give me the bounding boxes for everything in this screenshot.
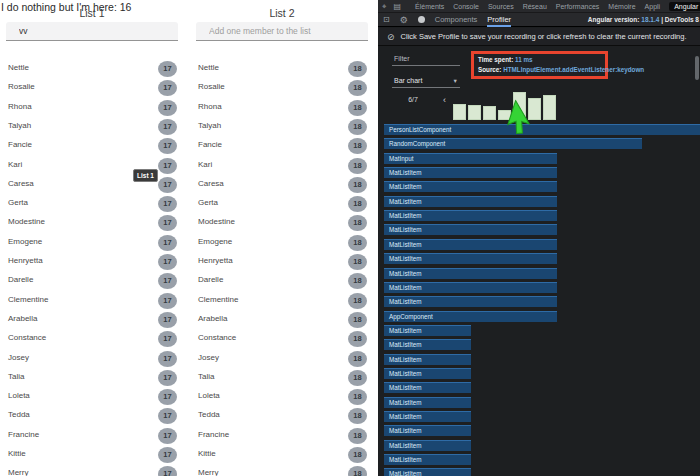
list-item[interactable]: Henryetta17 bbox=[6, 253, 178, 272]
list-item[interactable]: Constance18 bbox=[196, 330, 368, 349]
profiler-tree-bar[interactable]: MatListItem bbox=[384, 339, 471, 350]
list-item[interactable]: Josey18 bbox=[196, 350, 368, 369]
member-name: Loleta bbox=[8, 391, 30, 400]
list-item[interactable]: Josey17 bbox=[6, 350, 178, 369]
profiler-tree-bar[interactable]: MatListItem bbox=[384, 167, 557, 178]
list-item[interactable]: Tedda18 bbox=[196, 407, 368, 426]
profiler-tree-bar[interactable]: MatListItem bbox=[384, 397, 471, 408]
list-item[interactable]: Loleta18 bbox=[196, 388, 368, 407]
list-item[interactable]: Modestine18 bbox=[196, 214, 368, 233]
devtools-tab-console[interactable]: Console bbox=[453, 3, 479, 10]
list-2-input[interactable] bbox=[196, 22, 368, 41]
profiler-tree-bar[interactable]: MatListItem bbox=[384, 196, 557, 207]
list-item[interactable]: Modestine17 bbox=[6, 214, 178, 233]
devtools-tab-sources[interactable]: Sources bbox=[488, 3, 514, 10]
member-name: Tedda bbox=[8, 410, 30, 419]
profiler-tree-bar[interactable]: MatListItem bbox=[384, 253, 557, 264]
list-item[interactable]: Talia17 bbox=[6, 369, 178, 388]
list-item[interactable]: Fancie18 bbox=[196, 137, 368, 156]
profiler-tree-bar[interactable]: MatListItem bbox=[384, 239, 557, 250]
profiler-tree-bar[interactable]: MatListItem bbox=[384, 282, 557, 293]
profiler-tree-bar[interactable]: PersonListComponent bbox=[384, 124, 700, 135]
list-item[interactable]: Arabella17 bbox=[6, 311, 178, 330]
list-item[interactable]: Constance17 bbox=[6, 330, 178, 349]
list-item[interactable]: Talyah17 bbox=[6, 118, 178, 137]
list-item[interactable]: Darelle18 bbox=[196, 272, 368, 291]
profiler-tree-bar[interactable]: AppComponent bbox=[384, 311, 557, 322]
profiler-tree-bar[interactable]: MatListItem bbox=[384, 325, 471, 336]
devtools-tab-performances[interactable]: Performances bbox=[556, 3, 600, 10]
list-1-input[interactable] bbox=[6, 22, 178, 41]
profiler-tree-bar[interactable]: MatListItem bbox=[384, 210, 557, 221]
member-name: Fancie bbox=[198, 140, 222, 149]
vertical-scrollbar-thumb[interactable] bbox=[695, 56, 699, 80]
inspect-element-icon[interactable]: ⌖ bbox=[382, 2, 387, 11]
list-item[interactable]: Rosalie18 bbox=[196, 79, 368, 98]
list-item[interactable]: Kari18 bbox=[196, 157, 368, 176]
list-item[interactable]: Rhona18 bbox=[196, 99, 368, 118]
list-item[interactable]: Kittie18 bbox=[196, 446, 368, 465]
member-count-badge: 18 bbox=[348, 370, 367, 386]
profiler-tree-bar[interactable]: MatListItem bbox=[384, 181, 557, 192]
list-item[interactable]: Kittie17 bbox=[6, 446, 178, 465]
devtools-tab-réseau[interactable]: Réseau bbox=[523, 3, 547, 10]
profiler-tree-bar[interactable]: MatListItem bbox=[384, 368, 471, 379]
member-count-badge: 18 bbox=[348, 408, 367, 424]
profiler-tree-bar[interactable]: RandomComponent bbox=[384, 138, 642, 149]
list-item[interactable]: Gerta18 bbox=[196, 195, 368, 214]
list-item[interactable]: Loleta17 bbox=[6, 388, 178, 407]
list-item[interactable]: Nettle17 bbox=[6, 60, 178, 79]
record-icon[interactable] bbox=[418, 16, 425, 23]
list-item[interactable]: Merry18 bbox=[196, 465, 368, 476]
list-item[interactable]: Gerta17 bbox=[6, 195, 178, 214]
list-item[interactable]: Fancie17 bbox=[6, 137, 178, 156]
list-item[interactable]: Francine17 bbox=[6, 427, 178, 446]
devtools-tab-angular[interactable]: Angular bbox=[669, 2, 700, 11]
member-count-badge: 17 bbox=[158, 158, 177, 174]
profiler-tree-bar[interactable]: MatInput bbox=[384, 153, 557, 164]
list-item[interactable]: Emogene17 bbox=[6, 234, 178, 253]
profiler-tree-bar[interactable]: MatListItem bbox=[384, 454, 471, 465]
device-toolbar-icon[interactable]: ▤ bbox=[394, 2, 402, 11]
list-item[interactable]: Talia18 bbox=[196, 369, 368, 388]
profiler-tree-bar[interactable]: MatListItem bbox=[384, 425, 471, 436]
previous-frame-icon[interactable]: ‹ bbox=[443, 95, 446, 105]
profiler-frame-bar[interactable] bbox=[468, 105, 481, 120]
list-item[interactable]: Talyah18 bbox=[196, 118, 368, 137]
chart-type-select[interactable]: Bar chart ▼ bbox=[392, 76, 460, 88]
list-item[interactable]: Francine18 bbox=[196, 427, 368, 446]
filter-input[interactable] bbox=[392, 54, 460, 66]
profiler-tree-bar[interactable]: MatListItem bbox=[384, 268, 557, 279]
list-item[interactable]: Rhona17 bbox=[6, 99, 178, 118]
tab-profiler[interactable]: Profiler bbox=[487, 13, 511, 27]
list-item[interactable]: Arabella18 bbox=[196, 311, 368, 330]
devtools-tab-éléments[interactable]: Éléments bbox=[415, 3, 444, 10]
list-item[interactable]: Caresa18 bbox=[196, 176, 368, 195]
tab-components[interactable]: Components bbox=[435, 13, 478, 27]
profiler-frame-bar[interactable] bbox=[483, 106, 496, 120]
list-item[interactable]: Clementine17 bbox=[6, 292, 178, 311]
list-item[interactable]: Henryetta18 bbox=[196, 253, 368, 272]
profiler-tree-bar[interactable]: MatListItem bbox=[384, 354, 471, 365]
list-item[interactable]: Rosalie17 bbox=[6, 79, 178, 98]
list-item[interactable]: Merry17 bbox=[6, 465, 178, 476]
list-item[interactable]: Darelle17 bbox=[6, 272, 178, 291]
profiler-tree-bar[interactable]: MatListItem bbox=[384, 468, 471, 476]
profiler-tree-bar[interactable]: MatListItem bbox=[384, 440, 471, 451]
gear-icon[interactable]: ⚙ bbox=[400, 15, 408, 25]
profiler-tree-bar[interactable]: MatListItem bbox=[384, 296, 557, 307]
devtools-tab-mémoire[interactable]: Mémoire bbox=[608, 3, 635, 10]
devtools-tab-appli[interactable]: Appli bbox=[645, 3, 661, 10]
list-item[interactable]: Nettle18 bbox=[196, 60, 368, 79]
profiler-frame-bar[interactable] bbox=[453, 104, 466, 120]
list-item[interactable]: Emogene18 bbox=[196, 234, 368, 253]
list-item[interactable]: Clementine18 bbox=[196, 292, 368, 311]
profiler-tree-bar[interactable]: MatListItem bbox=[384, 411, 471, 422]
picker-icon[interactable]: ⊡ bbox=[383, 15, 390, 24]
member-name: Nettle bbox=[198, 63, 219, 72]
list-item[interactable]: Tedda17 bbox=[6, 407, 178, 426]
profiler-frame-bar[interactable] bbox=[543, 95, 556, 120]
profiler-tree-bar[interactable]: MatListItem bbox=[384, 224, 557, 235]
member-name: Fancie bbox=[8, 140, 32, 149]
profiler-tree-bar[interactable]: MatListItem bbox=[384, 382, 471, 393]
